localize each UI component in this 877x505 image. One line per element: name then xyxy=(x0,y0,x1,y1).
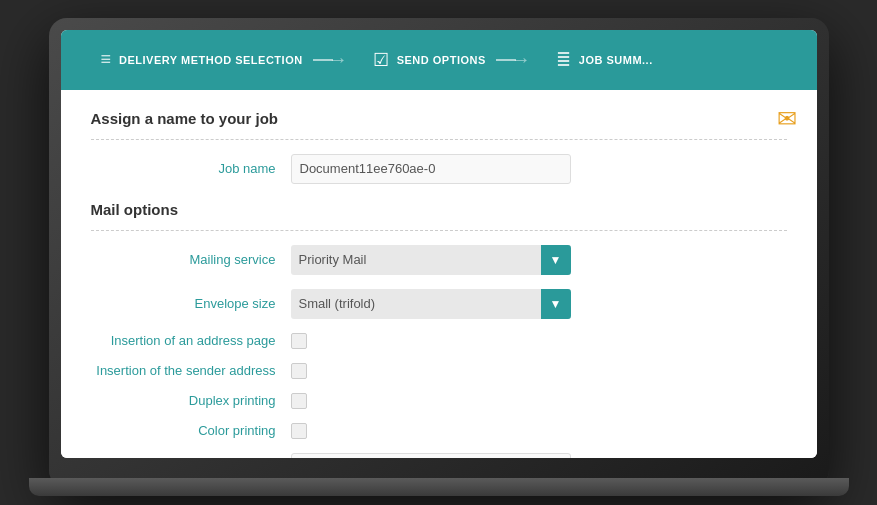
menu-icon: ≡ xyxy=(101,49,112,70)
envelope-icon: ✉ xyxy=(777,105,797,133)
assign-title: Assign a name to your job xyxy=(91,110,787,127)
mailing-service-label: Mailing service xyxy=(91,252,291,267)
envelope-size-select[interactable]: Small (trifold) Large (flat) xyxy=(291,289,571,319)
nav-label-job-summary: JOB SUMM... xyxy=(579,54,653,66)
main-content: ✉ Assign a name to your job Job name Mai… xyxy=(61,90,817,458)
list-icon: ≣ xyxy=(556,49,571,71)
duplex-printing-label: Duplex printing xyxy=(91,393,291,408)
job-name-group: Job name xyxy=(91,152,787,186)
assign-section: Assign a name to your job Job name xyxy=(91,110,787,186)
job-name-input[interactable] xyxy=(291,154,571,184)
insertion-address-checkbox[interactable] xyxy=(291,333,307,349)
nav-label-send-options: SEND OPTIONS xyxy=(397,54,486,66)
color-printing-checkbox[interactable] xyxy=(291,423,307,439)
nav-step-send-options[interactable]: ☑ SEND OPTIONS xyxy=(353,49,506,71)
top-nav: ≡ DELIVERY METHOD SELECTION → ☑ SEND OPT… xyxy=(61,30,817,90)
nav-label-delivery: DELIVERY METHOD SELECTION xyxy=(119,54,303,66)
mailing-service-select-wrapper: Priority Mail Standard Mail ▼ xyxy=(291,245,571,275)
insertion-address-label: Insertion of an address page xyxy=(91,333,291,348)
laptop-frame: ≡ DELIVERY METHOD SELECTION → ☑ SEND OPT… xyxy=(49,18,829,488)
insertion-sender-checkbox[interactable] xyxy=(291,363,307,379)
copies-input[interactable] xyxy=(291,453,571,458)
color-printing-label: Color printing xyxy=(91,423,291,438)
duplex-printing-checkbox[interactable] xyxy=(291,393,307,409)
insertion-address-group: Insertion of an address page xyxy=(91,331,787,351)
mail-options-title: Mail options xyxy=(91,201,787,218)
insertion-sender-group: Insertion of the sender address xyxy=(91,361,787,381)
duplex-printing-group: Duplex printing xyxy=(91,391,787,411)
nav-step-job-summary[interactable]: ≣ JOB SUMM... xyxy=(536,49,673,71)
mailing-service-select[interactable]: Priority Mail Standard Mail xyxy=(291,245,571,275)
envelope-size-select-wrapper: Small (trifold) Large (flat) ▼ xyxy=(291,289,571,319)
color-printing-group: Color printing xyxy=(91,421,787,441)
job-name-label: Job name xyxy=(91,161,291,176)
mail-options-section: Mail options Mailing service Priority Ma… xyxy=(91,201,787,458)
laptop-screen: ≡ DELIVERY METHOD SELECTION → ☑ SEND OPT… xyxy=(61,30,817,458)
assign-divider xyxy=(91,139,787,140)
insertion-sender-label: Insertion of the sender address xyxy=(91,363,291,378)
checkmark-icon: ☑ xyxy=(373,49,389,71)
mail-options-divider xyxy=(91,230,787,231)
mailing-service-group: Mailing service Priority Mail Standard M… xyxy=(91,243,787,277)
nav-step-delivery[interactable]: ≡ DELIVERY METHOD SELECTION xyxy=(81,49,323,70)
envelope-size-group: Envelope size Small (trifold) Large (fla… xyxy=(91,287,787,321)
laptop-base xyxy=(29,478,849,496)
envelope-size-label: Envelope size xyxy=(91,296,291,311)
copies-group: Number of copies xyxy=(91,451,787,458)
